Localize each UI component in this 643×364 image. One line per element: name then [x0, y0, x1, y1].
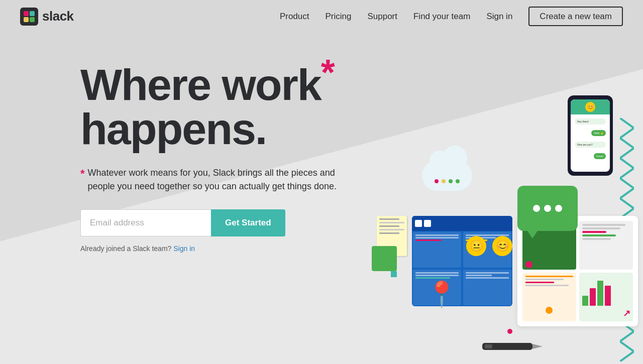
pen-illustration: [482, 339, 543, 359]
logo-text: slack: [42, 9, 74, 24]
hero-asterisk: *: [321, 52, 334, 92]
zigzag-decoration: [620, 118, 634, 220]
emoji-faces-illustration: 😐 😊: [466, 236, 512, 256]
nav-link-support[interactable]: Support: [367, 12, 397, 21]
svg-marker-6: [532, 344, 543, 349]
already-joined-text: Already joined a Slack team? Sign in: [80, 245, 377, 253]
svg-rect-3: [24, 17, 29, 22]
email-input[interactable]: [80, 209, 211, 236]
speech-bubble-illustration: [517, 186, 578, 231]
already-joined-label: Already joined a Slack team?: [80, 245, 171, 253]
hero-heading: Where work* happens.: [80, 63, 377, 151]
svg-rect-7: [485, 344, 492, 348]
location-pin-illustration: 📍: [426, 280, 457, 309]
nav-link-pricing[interactable]: Pricing: [325, 12, 351, 21]
phone-illustration: Hey there! Hello 👋 How are you? Great!: [568, 95, 613, 176]
hero-subtitle-text: Whatever work means for you, Slack bring…: [88, 166, 357, 193]
get-started-button[interactable]: Get Started: [211, 209, 285, 236]
hero-subtitle-asterisk: *: [80, 165, 85, 182]
nav-links-list: Product Pricing Support Find your team S…: [280, 12, 623, 22]
svg-rect-2: [30, 11, 35, 16]
deco-square-1: [391, 271, 397, 277]
hero-illustration: Hey there! Hello 👋 How are you? Great!: [332, 30, 643, 364]
logo-link[interactable]: slack: [20, 8, 74, 26]
hero-signin-link[interactable]: Sign in: [173, 245, 195, 253]
cloud-illustration: [422, 161, 472, 191]
emoji-face-2: 😊: [492, 236, 512, 256]
emoji-face-1: 😐: [466, 236, 486, 256]
zigzag-decoration-2: [620, 321, 634, 363]
create-team-button[interactable]: Create a new team: [528, 7, 623, 26]
nav-link-product[interactable]: Product: [280, 12, 309, 21]
slack-logo-icon: [20, 8, 38, 26]
nav-link-find-team[interactable]: Find your team: [413, 12, 470, 21]
hero-heading-line2: happens.: [80, 104, 266, 154]
deco-circle-orange: [546, 307, 553, 314]
deco-dot-1: [525, 261, 532, 268]
deco-dot-2: [507, 329, 512, 334]
hero-heading-line1: Where work*: [80, 60, 334, 109]
nav-link-signin[interactable]: Sign in: [486, 12, 512, 21]
navigation: slack Product Pricing Support Find your …: [0, 0, 643, 33]
svg-rect-0: [20, 8, 38, 26]
svg-rect-1: [24, 11, 29, 16]
svg-rect-4: [30, 17, 35, 22]
hero-section: Where work* happens. * Whatever work mea…: [0, 33, 377, 253]
hero-subtitle: * Whatever work means for you, Slack bri…: [80, 166, 357, 193]
hero-form: Get Started: [80, 209, 377, 236]
